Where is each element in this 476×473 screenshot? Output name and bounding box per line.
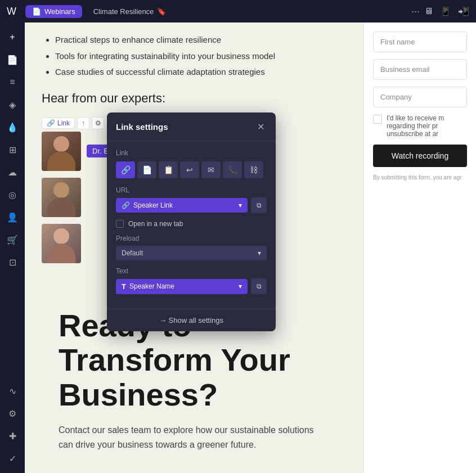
url-select[interactable]: 🔗 Speaker Link ▾: [116, 198, 248, 213]
text-value: Speaker Name: [129, 282, 174, 290]
preload-row: Preload Default ▾: [116, 235, 267, 260]
text-chevron-icon: ▾: [239, 282, 242, 290]
link-type-page[interactable]: 📄: [137, 161, 156, 178]
modal-body: Link 🔗 📄 📋 ↩ ✉ 📞 ⛓ URL 🔗 Speaker: [107, 141, 276, 309]
modal-overlay: Link settings ✕ Link 🔗 📄 📋 ↩ ✉ 📞 ⛓ URL: [0, 0, 476, 473]
url-input-row: 🔗 Speaker Link ▾ ⧉: [116, 197, 267, 213]
link-type-anchor[interactable]: ↩: [180, 161, 199, 178]
link-type-phone[interactable]: 📞: [223, 161, 242, 178]
link-type-email[interactable]: ✉: [201, 161, 221, 178]
preload-chevron-icon: ▾: [258, 249, 261, 257]
text-type-icon: T: [122, 282, 126, 291]
text-label: Text: [116, 267, 267, 275]
url-value: Speaker Link: [133, 201, 173, 209]
url-chevron-icon: ▾: [239, 201, 242, 209]
url-label: URL: [116, 186, 267, 194]
preload-select[interactable]: Default ▾: [116, 246, 267, 260]
modal-footer: → Show all settings: [107, 309, 276, 331]
url-link-icon: 🔗: [122, 201, 130, 209]
link-type-document[interactable]: 📋: [159, 161, 178, 178]
show-all-settings-button[interactable]: → Show all settings: [116, 316, 267, 325]
text-copy-button[interactable]: ⧉: [251, 278, 267, 294]
open-new-tab-checkbox[interactable]: [116, 220, 124, 228]
open-new-tab-label: Open in a new tab: [128, 220, 183, 228]
modal-header: Link settings ✕: [107, 112, 276, 141]
preload-value: Default: [122, 249, 143, 257]
open-new-tab-row: Open in a new tab: [116, 220, 267, 228]
url-copy-button[interactable]: ⧉: [251, 197, 267, 213]
modal-title: Link settings: [116, 122, 168, 132]
text-row: Text T Speaker Name ▾ ⧉: [116, 267, 267, 294]
link-type-url[interactable]: 🔗: [116, 161, 135, 178]
link-settings-modal: Link settings ✕ Link 🔗 📄 📋 ↩ ✉ 📞 ⛓ URL: [107, 112, 276, 331]
link-type-attach[interactable]: ⛓: [244, 161, 263, 178]
text-input-row: T Speaker Name ▾ ⧉: [116, 278, 267, 294]
text-select[interactable]: T Speaker Name ▾: [116, 279, 248, 294]
url-row: URL 🔗 Speaker Link ▾ ⧉: [116, 186, 267, 213]
preload-label: Preload: [116, 235, 267, 242]
link-section-label: Link: [116, 149, 267, 157]
modal-close-button[interactable]: ✕: [254, 120, 267, 133]
link-types-row: 🔗 📄 📋 ↩ ✉ 📞 ⛓: [116, 161, 267, 178]
